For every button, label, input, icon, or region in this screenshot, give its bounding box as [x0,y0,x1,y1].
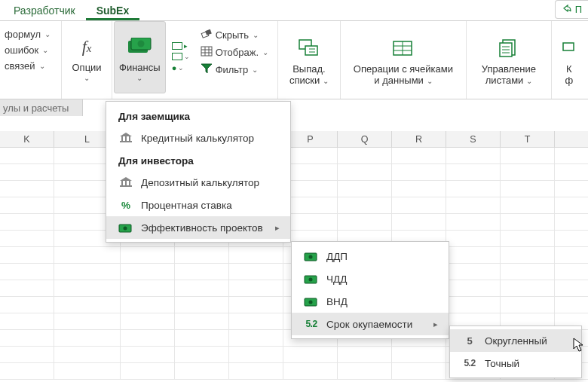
audit-formulas[interactable]: формул⌄ [2,27,54,41]
grid-cell[interactable] [446,264,501,280]
grid-cell[interactable] [392,181,446,197]
grid-cell[interactable] [392,363,446,379]
grid-cell[interactable] [54,330,121,346]
grid-cell[interactable] [501,231,555,246]
column-header[interactable]: K [0,131,54,147]
grid-cell[interactable] [121,330,175,346]
grid-cell[interactable] [54,313,121,329]
grid-cell[interactable] [283,164,338,180]
grid-cell[interactable] [175,313,229,329]
grid-cell[interactable] [283,181,338,197]
grid-cell[interactable] [338,363,392,379]
grid-cell[interactable] [0,148,54,163]
grid-cell[interactable] [229,297,283,313]
grid-cell[interactable] [0,297,54,313]
grid-cell[interactable] [121,347,175,362]
grid-cell[interactable] [175,330,229,346]
grid-cell[interactable] [54,363,121,379]
grid-cell[interactable] [501,247,555,263]
grid-cell[interactable] [446,164,501,180]
grid-cell[interactable] [446,280,501,296]
grid-cell[interactable] [0,247,54,263]
filter-button[interactable]: Фильтр⌄ [198,62,262,78]
hide-button[interactable]: Скрыть⌄ [198,27,262,43]
menu-chdd[interactable]: ЧДД [292,267,449,290]
grid-cell[interactable] [392,148,446,163]
show-button[interactable]: Отображ.⌄ [198,44,271,60]
grid-cell[interactable] [121,297,175,313]
grid-cell[interactable] [229,363,283,379]
grid-cell[interactable] [0,280,54,296]
share-button[interactable]: П [555,0,588,19]
grid-cell[interactable] [175,264,229,280]
grid-cell[interactable] [121,313,175,329]
tab-developer[interactable]: Разработчик [3,0,86,20]
grid-cell[interactable] [392,164,446,180]
grid-cell[interactable] [0,264,54,280]
grid-cell[interactable] [338,181,392,197]
grid-cell[interactable] [446,197,501,213]
grid-cell[interactable] [121,264,175,280]
grid-cell[interactable] [0,347,54,362]
grid-cell[interactable] [0,197,54,213]
menu-deposit-calc[interactable]: Депозитный калькулятор [106,171,290,194]
grid-cell[interactable] [501,164,555,180]
droplists-button[interactable]: Выпад.списки ⌄ [284,24,334,96]
grid-cell[interactable] [229,247,283,263]
grid-cell[interactable] [0,214,54,230]
grid-cell[interactable] [446,214,501,230]
menu-efficiency[interactable]: Эффективность проектов ▸ [106,216,290,239]
column-header[interactable]: Q [338,131,392,147]
grid-cell[interactable] [501,181,555,197]
column-header[interactable]: P [283,131,338,147]
grid-cell[interactable] [0,181,54,197]
grid-cell[interactable] [501,297,555,313]
grid-cell[interactable] [283,347,338,362]
grid-cell[interactable] [0,164,54,180]
grid-cell[interactable] [392,347,446,362]
mini-control-1[interactable]: ▸ [172,42,190,50]
grid-cell[interactable] [446,148,501,163]
mini-control-3[interactable]: ● ⌄ [172,63,190,72]
grid-cell[interactable] [0,363,54,379]
grid-cell[interactable] [338,347,392,362]
grid-cell[interactable] [121,363,175,379]
finance-button[interactable]: Финансы ⌄ [114,21,166,93]
grid-cell[interactable] [229,313,283,329]
grid-cell[interactable] [338,148,392,163]
grid-cell[interactable] [54,347,121,362]
grid-cell[interactable] [392,214,446,230]
menu-ddp[interactable]: ДДП [292,245,449,267]
grid-cell[interactable] [175,280,229,296]
menu-payback[interactable]: 5.2 Срок окупаемости ▸ [292,313,449,335]
grid-cell[interactable] [446,247,501,263]
tab-subex[interactable]: SubEx [86,0,140,20]
grid-cell[interactable] [229,347,283,362]
grid-cell[interactable] [501,280,555,296]
menu-rate[interactable]: % Процентная ставка [106,194,290,216]
sheets-button[interactable]: Управлениелистами ⌄ [473,24,545,96]
column-header[interactable]: R [392,131,446,147]
menu-rounded[interactable]: 5 Округленный [450,329,581,352]
grid-cell[interactable] [501,214,555,230]
grid-cell[interactable] [392,197,446,213]
grid-cell[interactable] [338,214,392,230]
menu-credit-calc[interactable]: Кредитный калькулятор [106,127,290,149]
menu-vnd[interactable]: ВНД [292,290,449,313]
grid-cell[interactable] [54,280,121,296]
column-header[interactable]: T [501,131,555,147]
grid-cell[interactable] [0,330,54,346]
grid-cell[interactable] [283,363,338,379]
cut-button[interactable]: Кф [558,24,577,96]
cellops-button[interactable]: Операции с ячейкамии данными ⌄ [347,24,460,96]
grid-cell[interactable] [175,247,229,263]
grid-cell[interactable] [54,297,121,313]
grid-cell[interactable] [0,313,54,329]
grid-cell[interactable] [121,280,175,296]
grid-cell[interactable] [501,264,555,280]
grid-cell[interactable] [229,330,283,346]
grid-cell[interactable] [229,280,283,296]
grid-cell[interactable] [0,231,54,246]
grid-cell[interactable] [175,297,229,313]
grid-cell[interactable] [283,214,338,230]
